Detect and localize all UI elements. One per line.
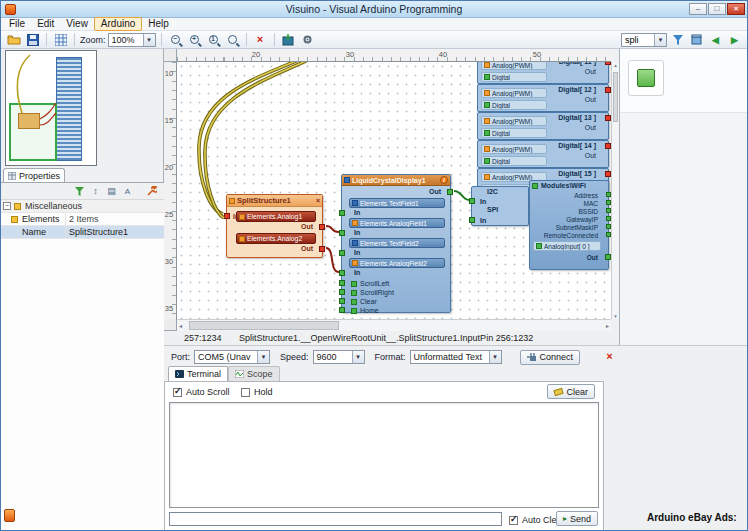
wifi-analoginput-row[interactable]: AnalogInput[ 0 ] [533, 241, 601, 251]
hold-checkbox[interactable]: Hold [241, 387, 273, 397]
palette-item-splitstructure[interactable] [628, 60, 664, 96]
lcd-out-pin[interactable] [447, 189, 453, 195]
sort-icon[interactable]: ↕ [89, 185, 102, 198]
action-in-pin[interactable] [339, 307, 345, 313]
wrench-icon[interactable] [145, 185, 158, 198]
lcd-action-clear[interactable]: Clear [351, 297, 377, 306]
menu-file[interactable]: File [3, 18, 31, 30]
property-value[interactable]: 2 Items [69, 214, 99, 224]
channel-digital-row[interactable]: Digital [481, 156, 547, 166]
nav-back-icon[interactable]: ◀ [707, 32, 724, 47]
component-splitstructure1[interactable]: SplitStructure1 × In Elements.Analog1 Ou… [226, 194, 323, 258]
save-icon[interactable] [24, 32, 41, 47]
zoom-in-icon[interactable]: + [186, 32, 203, 47]
title-bar[interactable]: Visuino - Visual Arduino Programming [1, 1, 747, 18]
close-pin-icon[interactable]: × [316, 197, 320, 204]
field-in-pin[interactable] [339, 210, 345, 216]
board-channel-digital11[interactable]: Digital[ 11 ] Out Analog(PWM) Digital [477, 62, 609, 84]
auto-scroll-checkbox[interactable]: Auto Scroll [173, 387, 230, 397]
lcd-action-scrollleft[interactable]: ScrollLeft [351, 279, 389, 288]
i2c-in-pin[interactable] [469, 198, 475, 204]
maximize-button[interactable] [708, 3, 726, 15]
ad-icon[interactable] [4, 509, 15, 522]
action-in-pin[interactable] [339, 289, 345, 295]
board-channel-digital12[interactable]: Digital[ 12 ] Out Analog(PWM) Digital [477, 84, 609, 112]
edit-pencil-icon[interactable]: / [440, 176, 448, 184]
property-row-elements[interactable]: Elements 2 Items [1, 213, 164, 226]
tab-terminal[interactable]: Terminal [168, 366, 228, 381]
channel-analog-row[interactable]: Analog(PWM) [481, 116, 547, 126]
filter-funnel-icon[interactable] [73, 185, 86, 198]
split-in-pin[interactable] [224, 213, 230, 219]
channel-analog-row[interactable]: Analog(PWM) [481, 62, 547, 70]
channel-digital-row[interactable]: Digital [481, 72, 547, 82]
board-channel-digital13[interactable]: Digital[ 13 ] Out Analog(PWM) Digital [477, 112, 609, 140]
disconnect-icon[interactable]: × [601, 349, 618, 364]
wifi-pin[interactable] [606, 200, 611, 205]
collapse-icon[interactable]: − [3, 202, 11, 210]
scroll-thumb[interactable] [189, 321, 339, 330]
channel-digital-row[interactable]: Digital [481, 100, 547, 110]
checkbox-icon[interactable] [173, 388, 182, 397]
nav-forward-icon[interactable]: ▶ [726, 32, 743, 47]
terminal-output[interactable] [169, 402, 599, 508]
navigator-viewport-rect[interactable] [9, 103, 57, 161]
component-header[interactable]: LiquidCrystalDisplay1 / [342, 175, 450, 186]
wifi-pin[interactable] [606, 208, 611, 213]
field-in-pin[interactable] [339, 250, 345, 256]
field-in-pin[interactable] [339, 230, 345, 236]
wifi-out-pin[interactable] [605, 254, 611, 260]
category-view-icon[interactable]: ▤ [105, 185, 118, 198]
upload-to-arduino-icon[interactable] [280, 32, 297, 47]
canvas-vertical-scrollbar[interactable]: ▴▾ [611, 62, 619, 319]
channel-analog-row[interactable]: Analog(PWM) [481, 88, 547, 98]
send-button[interactable]: ▸Send [556, 511, 598, 526]
element-out-pin[interactable] [319, 246, 325, 252]
property-row-name[interactable]: Name SplitStructure1 [1, 226, 164, 239]
wifi-pin[interactable] [606, 192, 611, 197]
canvas-horizontal-scrollbar[interactable]: ◂▸ [177, 319, 611, 331]
channel-digital-row[interactable]: Digital [481, 128, 547, 138]
clear-button[interactable]: Clear [547, 384, 595, 399]
field-in-pin[interactable] [339, 270, 345, 276]
zoom-select[interactable]: 100% [108, 33, 156, 47]
grid-icon[interactable] [52, 32, 69, 47]
property-value[interactable]: SplitStructure1 [69, 227, 128, 237]
port-select[interactable]: COM5 (Unav [194, 350, 270, 364]
spi-in-pin[interactable] [469, 217, 475, 223]
zoom-out-icon[interactable]: − [167, 32, 184, 47]
split-element-analog2[interactable]: Elements.Analog2 [236, 233, 316, 244]
menu-help[interactable]: Help [142, 18, 175, 30]
element-out-pin[interactable] [319, 224, 325, 230]
settings-icon[interactable] [299, 32, 316, 47]
component-header[interactable]: SplitStructure1 × [227, 195, 322, 207]
wifi-pin[interactable] [606, 224, 611, 229]
board-channel-digital14[interactable]: Digital[ 14 ] Out Analog(PWM) Digital [477, 140, 609, 168]
wifi-pin[interactable] [606, 232, 611, 237]
menu-edit[interactable]: Edit [31, 18, 60, 30]
board-i2c-spi-block[interactable]: I2C In SPI In [471, 186, 529, 226]
filter-icon[interactable] [669, 32, 686, 47]
tab-scope[interactable]: Scope [228, 366, 280, 381]
tab-properties[interactable]: Properties [3, 168, 65, 182]
open-icon[interactable] [5, 32, 22, 47]
split-element-analog1[interactable]: Elements.Analog1 [236, 211, 316, 222]
lcd-action-scrollright[interactable]: ScrollRight [351, 288, 394, 297]
design-canvas[interactable]: Digital[ 11 ] Out Analog(PWM) Digital Di… [177, 62, 611, 319]
channel-out-pin[interactable] [605, 143, 611, 149]
speed-select[interactable]: 9600 [313, 350, 365, 364]
property-category-row[interactable]: − Miscellaneous [1, 200, 164, 213]
action-in-pin[interactable] [339, 280, 345, 286]
send-input[interactable] [169, 512, 502, 526]
scroll-thumb[interactable] [613, 72, 618, 122]
menu-arduino[interactable]: Arduino [94, 17, 142, 31]
checkbox-icon[interactable] [241, 388, 250, 397]
lcd-field-analogfield1[interactable]: Elements.AnalogField1 [349, 218, 445, 228]
minimize-button[interactable] [689, 3, 707, 15]
channel-out-pin[interactable] [605, 115, 611, 121]
menu-view[interactable]: View [60, 18, 94, 30]
delete-icon[interactable]: × [252, 32, 269, 47]
channel-out-pin[interactable] [605, 87, 611, 93]
wifi-pin[interactable] [606, 216, 611, 221]
lcd-field-textfield2[interactable]: Elements.TextField2 [349, 238, 445, 248]
